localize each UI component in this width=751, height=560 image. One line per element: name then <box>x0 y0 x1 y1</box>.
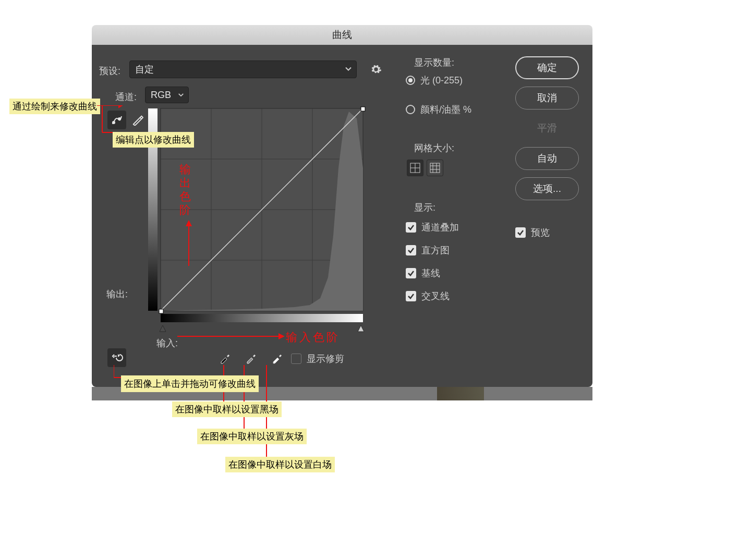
titlebar: 曲线 <box>92 25 592 45</box>
histogram-label: 直方图 <box>421 244 450 257</box>
pigment-radio[interactable]: 颜料/油墨 % <box>406 103 471 116</box>
options-button[interactable]: 选项... <box>515 177 579 200</box>
preview-checkbox[interactable]: 预览 <box>515 226 550 239</box>
channel-overlay-label: 通道叠加 <box>421 221 459 234</box>
input-label: 输入: <box>156 337 178 349</box>
note-draw-modify: 通过绘制来修改曲线 <box>9 99 100 114</box>
checkbox-checked-icon <box>406 222 416 233</box>
radio-selected-icon <box>406 76 415 85</box>
note-sample-black: 在图像中取样以设置黑场 <box>172 401 282 417</box>
target-adjust-tool[interactable] <box>107 348 126 367</box>
preset-select[interactable]: 自定 <box>129 60 357 78</box>
note-sample-gray: 在图像中取样以设置灰场 <box>197 429 307 444</box>
note-input-levels: 输入色阶 <box>286 330 340 345</box>
channel-label: 通道: <box>115 91 137 103</box>
output-label: 输出: <box>106 288 128 300</box>
sample-black-eyedropper[interactable] <box>216 348 235 367</box>
svg-marker-29 <box>186 220 192 226</box>
note-edit-points: 编辑点以修改曲线 <box>113 132 194 148</box>
light-radio-label: 光 (0-255) <box>420 74 463 87</box>
note-drag-modify: 在图像上单击并拖动可修改曲线 <box>121 375 259 392</box>
svg-rect-19 <box>430 163 440 173</box>
intersection-check[interactable]: 交叉线 <box>406 290 459 302</box>
smooth-button-label: 平滑 <box>537 121 557 135</box>
sample-gray-eyedropper[interactable] <box>242 348 261 367</box>
chevron-down-icon <box>345 64 352 75</box>
svg-rect-11 <box>159 309 163 313</box>
show-clipping-label: 显示修剪 <box>307 352 344 365</box>
preview-label: 预览 <box>531 226 550 239</box>
svg-marker-31 <box>278 333 285 339</box>
note-output-levels: 输 出 色 阶 <box>179 163 191 217</box>
checkbox-checked-icon <box>515 227 526 238</box>
histogram-check[interactable]: 直方图 <box>406 244 459 257</box>
arrow-up-icon <box>184 220 194 267</box>
channel-select[interactable]: RGB <box>145 87 189 103</box>
show-clipping-checkbox[interactable]: 显示修剪 <box>291 352 344 365</box>
smooth-button: 平滑 <box>515 117 579 140</box>
checkbox-checked-icon <box>406 291 416 301</box>
light-radio[interactable]: 光 (0-255) <box>406 74 463 87</box>
svg-rect-12 <box>361 107 365 111</box>
dialog-title: 曲线 <box>332 28 352 42</box>
background-decoration <box>437 387 484 400</box>
pigment-radio-label: 颜料/油墨 % <box>420 103 471 116</box>
sample-white-eyedropper[interactable] <box>268 348 287 367</box>
options-button-label: 选项... <box>533 182 561 196</box>
cancel-button[interactable]: 取消 <box>515 87 579 109</box>
grid-small-button[interactable] <box>407 160 423 176</box>
curves-dialog: 预设: 自定 通道: RGB <box>92 45 592 387</box>
ok-button-label: 确定 <box>537 61 557 75</box>
preset-value: 自定 <box>135 63 154 76</box>
intersection-label: 交叉线 <box>421 290 450 302</box>
note-sample-white: 在图像中取样以设置白场 <box>225 457 335 472</box>
preset-gear-icon[interactable] <box>370 64 382 77</box>
ok-button[interactable]: 确定 <box>515 56 579 79</box>
auto-button[interactable]: 自动 <box>515 147 579 170</box>
arrow-right-icon <box>177 332 285 341</box>
cancel-button-label: 取消 <box>537 91 557 105</box>
baseline-check[interactable]: 基线 <box>406 267 459 279</box>
svg-rect-13 <box>161 314 363 322</box>
checkbox-checked-icon <box>406 268 416 278</box>
svg-marker-27 <box>119 105 122 107</box>
grid-size-title: 网格大小: <box>414 142 454 154</box>
checkbox-checked-icon <box>406 245 416 255</box>
channel-value: RGB <box>151 90 171 101</box>
channel-overlay-check[interactable]: 通道叠加 <box>406 221 459 234</box>
svg-marker-14 <box>160 325 166 332</box>
show-title: 显示: <box>414 201 435 214</box>
radio-unselected-icon <box>406 105 415 114</box>
auto-button-label: 自动 <box>537 152 557 165</box>
chevron-down-icon <box>178 90 184 101</box>
grid-large-button[interactable] <box>427 160 443 176</box>
baseline-label: 基线 <box>421 267 440 279</box>
svg-marker-15 <box>358 325 364 332</box>
preset-label: 预设: <box>99 65 120 77</box>
display-amount-title: 显示数量: <box>414 56 454 69</box>
checkbox-icon <box>291 354 301 364</box>
